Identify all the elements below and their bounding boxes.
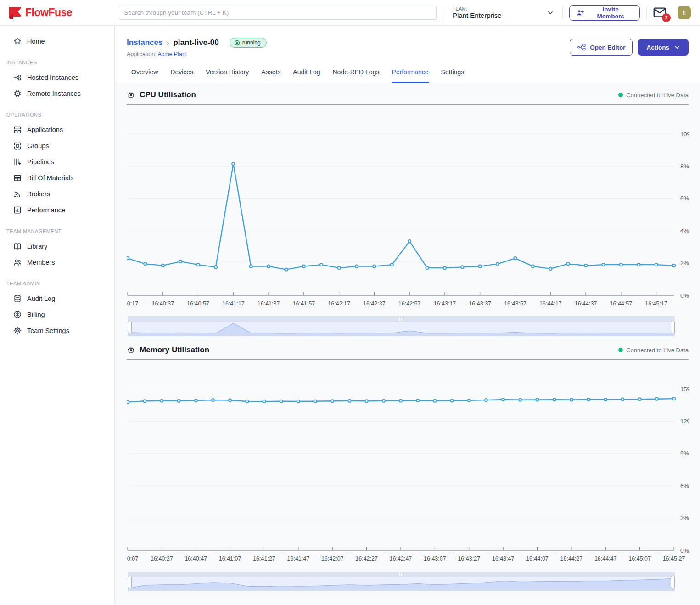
- data-point[interactable]: [331, 400, 334, 402]
- data-point[interactable]: [196, 263, 199, 266]
- data-point[interactable]: [212, 399, 214, 401]
- memory-chart-navigator[interactable]: [128, 572, 689, 592]
- data-point[interactable]: [127, 257, 129, 260]
- sidebar-item-pipelines[interactable]: Pipelines: [0, 154, 114, 170]
- data-point[interactable]: [382, 400, 385, 402]
- navigator-grip[interactable]: [399, 573, 403, 576]
- data-point[interactable]: [532, 265, 534, 268]
- flowfuse-logo[interactable]: FlowFuse: [0, 6, 111, 19]
- tab-version-history[interactable]: Version History: [206, 68, 249, 83]
- data-point[interactable]: [232, 162, 235, 165]
- tab-settings[interactable]: Settings: [441, 68, 465, 83]
- sidebar-item-performance[interactable]: Performance: [0, 202, 114, 218]
- data-point[interactable]: [536, 398, 538, 401]
- data-point[interactable]: [250, 265, 252, 268]
- data-point[interactable]: [320, 263, 323, 266]
- data-point[interactable]: [602, 263, 605, 266]
- memory-utilisation-chart[interactable]: 0%3%6%9%12%15%0:0716:40:2716:40:4716:41:…: [127, 360, 689, 566]
- sidebar-item-groups[interactable]: Groups: [0, 138, 114, 154]
- actions-button[interactable]: Actions: [638, 39, 689, 56]
- navigator-handle-right[interactable]: [671, 576, 675, 588]
- data-point[interactable]: [297, 400, 300, 403]
- data-point[interactable]: [177, 400, 180, 402]
- data-point[interactable]: [621, 398, 624, 400]
- data-point[interactable]: [485, 399, 487, 401]
- data-point[interactable]: [314, 400, 317, 403]
- data-point[interactable]: [672, 264, 675, 267]
- data-point[interactable]: [143, 400, 146, 402]
- tab-performance[interactable]: Performance: [392, 68, 428, 83]
- data-point[interactable]: [638, 398, 641, 400]
- tab-audit-log[interactable]: Audit Log: [293, 68, 320, 83]
- data-point[interactable]: [162, 264, 164, 267]
- data-point[interactable]: [567, 262, 570, 265]
- data-point[interactable]: [214, 266, 217, 268]
- sidebar-item-bill-of-materials[interactable]: Bill Of Materials: [0, 170, 114, 186]
- sidebar-item-team-settings[interactable]: Team Settings: [0, 322, 114, 339]
- data-point[interactable]: [127, 401, 129, 404]
- data-point[interactable]: [620, 263, 622, 266]
- team-selector[interactable]: TEAM: Plant Enterprise: [453, 6, 556, 19]
- data-point[interactable]: [416, 399, 419, 402]
- data-point[interactable]: [655, 398, 658, 400]
- data-point[interactable]: [391, 263, 393, 266]
- data-point[interactable]: [570, 398, 573, 401]
- data-point[interactable]: [553, 398, 556, 401]
- data-point[interactable]: [267, 265, 270, 268]
- breadcrumb-instances-link[interactable]: Instances: [127, 38, 162, 47]
- sidebar-item-members[interactable]: Members: [0, 254, 114, 270]
- data-point[interactable]: [144, 262, 146, 265]
- application-link[interactable]: Acme Plant: [157, 51, 187, 57]
- notifications-button[interactable]: 2: [653, 7, 667, 19]
- data-point[interactable]: [461, 266, 464, 268]
- data-point[interactable]: [514, 257, 516, 260]
- data-point[interactable]: [502, 398, 504, 401]
- data-point[interactable]: [408, 240, 411, 243]
- tab-node-red-logs[interactable]: Node-RED Logs: [333, 68, 380, 83]
- data-point[interactable]: [637, 263, 640, 266]
- data-point[interactable]: [496, 262, 499, 265]
- tab-overview[interactable]: Overview: [131, 68, 158, 83]
- avatar[interactable]: fl: [678, 6, 691, 19]
- data-point[interactable]: [672, 397, 675, 400]
- sidebar-item-library[interactable]: Library: [0, 238, 114, 254]
- sidebar-item-billing[interactable]: Billing: [0, 306, 114, 322]
- data-point[interactable]: [338, 266, 341, 269]
- data-point[interactable]: [468, 399, 470, 402]
- sidebar-item-applications[interactable]: Applications: [0, 122, 114, 138]
- sidebar-item-hosted-instances[interactable]: Hosted Instances: [0, 69, 114, 85]
- data-point[interactable]: [479, 265, 482, 268]
- data-point[interactable]: [348, 400, 351, 402]
- tab-assets[interactable]: Assets: [261, 68, 280, 83]
- data-point[interactable]: [604, 398, 607, 401]
- navigator-svg[interactable]: [128, 572, 675, 592]
- sidebar-item-remote-instances[interactable]: Remote Instances: [0, 85, 114, 101]
- sidebar-item-home[interactable]: Home: [0, 33, 114, 49]
- open-editor-button[interactable]: Open Editor: [570, 39, 633, 56]
- data-point[interactable]: [179, 260, 182, 263]
- data-point[interactable]: [373, 265, 375, 268]
- data-point[interactable]: [549, 267, 552, 270]
- data-point[interactable]: [443, 266, 446, 269]
- data-point[interactable]: [285, 268, 287, 271]
- invite-members-button[interactable]: Invite Members: [569, 5, 640, 21]
- sidebar-item-brokers[interactable]: Brokers: [0, 186, 114, 202]
- navigator-grip[interactable]: [399, 318, 403, 321]
- data-point[interactable]: [450, 399, 453, 402]
- data-point[interactable]: [584, 264, 587, 267]
- navigator-svg[interactable]: [128, 316, 675, 337]
- data-point[interactable]: [280, 400, 283, 403]
- data-point[interactable]: [355, 265, 358, 268]
- search-input[interactable]: [119, 6, 437, 20]
- cpu-utilisation-chart[interactable]: 0%2%4%6%8%10%0:1716:40:3716:40:5716:41:1…: [127, 105, 689, 311]
- data-point[interactable]: [263, 400, 265, 403]
- data-point[interactable]: [160, 400, 163, 402]
- sidebar-item-audit-log[interactable]: Audit Log: [0, 290, 114, 306]
- data-point[interactable]: [519, 399, 521, 401]
- data-point[interactable]: [302, 265, 305, 268]
- data-point[interactable]: [426, 266, 428, 269]
- cpu-chart-navigator[interactable]: [128, 316, 689, 337]
- data-point[interactable]: [229, 399, 231, 402]
- data-point[interactable]: [399, 399, 402, 402]
- data-point[interactable]: [246, 400, 248, 403]
